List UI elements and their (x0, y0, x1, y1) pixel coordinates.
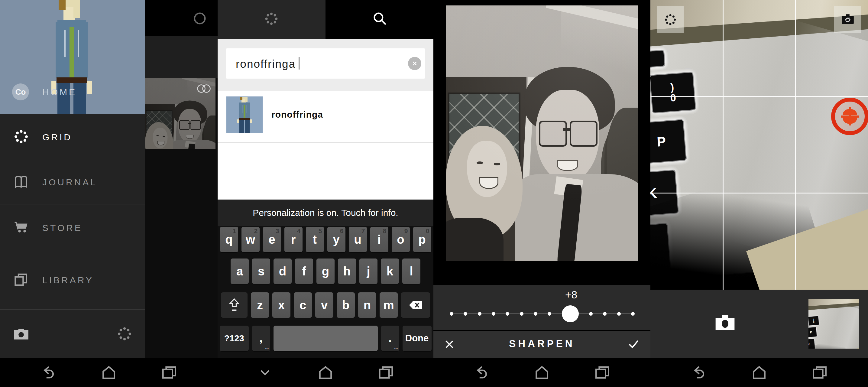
screen-home-drawer: Co HOME GRID JOURNAL STORE (0, 0, 218, 387)
recents-button[interactable] (151, 358, 187, 387)
home-button[interactable] (91, 358, 127, 387)
done-key[interactable]: Done (403, 326, 432, 351)
key-v[interactable]: v (315, 292, 333, 318)
drawer-item-store-label: STORE (42, 223, 83, 233)
key-h[interactable]: h (338, 259, 356, 284)
grid-dots-icon (12, 127, 30, 146)
flip-camera-button[interactable] (834, 6, 861, 33)
back-button[interactable] (681, 358, 717, 387)
search-results: ronoffringa (218, 91, 433, 200)
home-button[interactable] (741, 358, 777, 387)
navbar-group-home-screen (30, 358, 187, 387)
selfie-photo (446, 5, 638, 261)
camera-button[interactable] (11, 324, 31, 344)
grid-photo-thumbnail[interactable] (145, 78, 216, 149)
drawer-item-store[interactable]: STORE (0, 204, 145, 250)
grid-dots-icon (263, 10, 280, 27)
slider-dot (464, 312, 467, 316)
symbols-key[interactable]: ?123 (220, 326, 249, 351)
home-button[interactable] (524, 358, 560, 387)
key-c[interactable]: c (294, 292, 312, 318)
screen-search: ronoffringa ronoffri (218, 0, 433, 387)
editing-photo[interactable] (446, 5, 638, 261)
key-f[interactable]: f (295, 259, 313, 284)
recents-button[interactable] (368, 358, 404, 387)
key-y[interactable]: y6 (327, 227, 345, 252)
drawer-footer (0, 309, 145, 358)
key-b[interactable]: b (337, 292, 355, 318)
drawer-item-home[interactable]: HOME (42, 87, 77, 97)
key-s[interactable]: s (252, 259, 270, 284)
search-input[interactable]: ronoffringa (226, 49, 425, 79)
key-l[interactable]: l (402, 259, 421, 284)
key-g[interactable]: g (316, 259, 335, 284)
tab-grid[interactable] (218, 0, 326, 39)
last-photo-thumbnail[interactable]: ^6 &7 *8 (9 )0 T Y U I O (808, 299, 859, 349)
recents-button[interactable] (584, 358, 620, 387)
key-p[interactable]: p0 (413, 227, 431, 252)
slider-dot (450, 312, 453, 316)
slider-dot (478, 312, 482, 316)
drawer-item-journal[interactable]: JOURNAL (0, 159, 145, 204)
shutter-button[interactable] (713, 312, 737, 332)
grid-feed-header (145, 0, 218, 36)
vsco-dots-button[interactable] (657, 6, 684, 33)
text-cursor (299, 57, 300, 69)
screen-camera: ^6 &7 *8 (9 )0 T Y U I O P (650, 0, 868, 387)
keyboard-personalization-notice[interactable]: Personalization is on. Touch for info. (218, 200, 433, 226)
check-icon (627, 338, 640, 350)
key-q[interactable]: q1 (220, 227, 238, 252)
slider-dot (492, 312, 495, 316)
period-key[interactable]: .... (381, 326, 399, 351)
focus-exposure-target[interactable] (831, 98, 868, 135)
shift-key[interactable] (221, 292, 248, 318)
search-result-row[interactable]: ronoffringa (218, 91, 433, 142)
key-j[interactable]: j (359, 259, 377, 284)
confirm-button[interactable] (627, 338, 640, 350)
comma-key[interactable]: ,... (252, 326, 270, 351)
back-button[interactable] (30, 358, 66, 387)
keyboard-row-3: z x c v b n m (218, 292, 433, 318)
close-icon (411, 60, 418, 67)
journal-book-icon (12, 173, 30, 191)
sharpen-slider-dots[interactable] (450, 303, 635, 324)
key-d[interactable]: d (274, 259, 292, 284)
drawer-item-library[interactable]: LIBRARY (0, 250, 145, 309)
search-strip: ronoffringa (218, 39, 433, 91)
clear-search-button[interactable] (408, 57, 421, 70)
key-t[interactable]: t5 (306, 227, 324, 252)
drawer-item-grid[interactable]: GRID (0, 114, 145, 159)
key-m[interactable]: m (380, 292, 398, 318)
recents-button[interactable] (802, 358, 838, 387)
slider-dot (534, 312, 537, 316)
key-u[interactable]: u7 (349, 227, 367, 252)
tool-action-bar: SHARPEN (433, 331, 650, 358)
tab-search[interactable] (326, 0, 433, 39)
thirds-gridline (650, 96, 868, 97)
dismiss-keyboard-button[interactable] (247, 358, 283, 387)
android-keyboard: q1 w2 e3 r4 t5 y6 u7 i8 o9 p0 a s d f g … (218, 226, 433, 358)
camera-viewfinder[interactable]: ^6 &7 *8 (9 )0 T Y U I O P (650, 0, 868, 290)
viewfinder-photo-keyboard: ^6 &7 *8 (9 )0 T Y U I O P (650, 0, 868, 290)
key-k[interactable]: k (381, 259, 399, 284)
store-cart-icon (12, 218, 30, 236)
key-e[interactable]: e3 (263, 227, 281, 252)
key-n[interactable]: n (358, 292, 376, 318)
key-o[interactable]: o9 (392, 227, 410, 252)
slider-thumb[interactable] (562, 305, 579, 322)
dimmed-grid-feed (145, 0, 218, 358)
key-a[interactable]: a (230, 259, 249, 284)
drawer-profile-header[interactable]: Co HOME (0, 0, 145, 114)
home-button[interactable] (307, 358, 344, 387)
key-z[interactable]: z (251, 292, 269, 318)
key-i[interactable]: i8 (370, 227, 389, 252)
divider (218, 142, 433, 143)
space-key[interactable] (274, 326, 378, 351)
backspace-key[interactable] (401, 292, 430, 318)
key-w[interactable]: w2 (242, 227, 259, 252)
co-badge-text: Co (16, 87, 26, 97)
result-username: ronoffringa (271, 110, 323, 120)
back-button[interactable] (463, 358, 500, 387)
key-r[interactable]: r4 (284, 227, 303, 252)
key-x[interactable]: x (272, 292, 290, 318)
